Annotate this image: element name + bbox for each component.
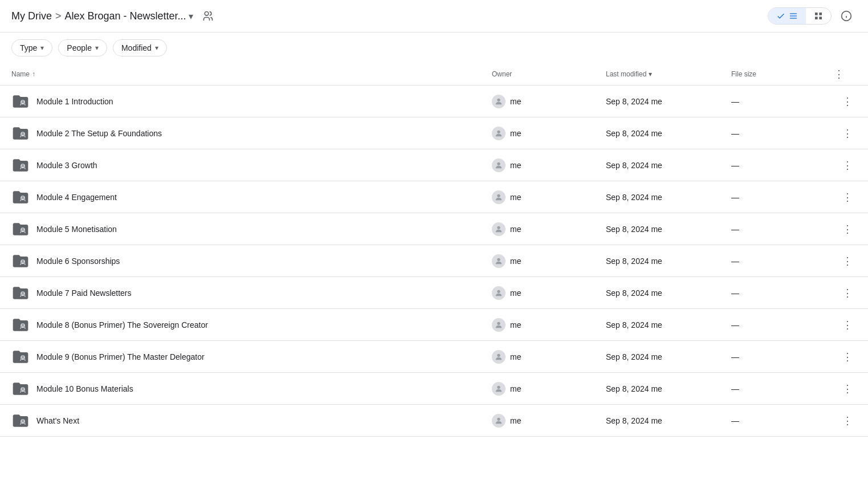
- breadcrumb-dropdown-icon[interactable]: ▾: [189, 11, 193, 22]
- row-size: —: [731, 225, 834, 234]
- owner-name: me: [510, 225, 521, 234]
- breadcrumb-current[interactable]: Alex Brogan - Newsletter... ▾: [65, 10, 193, 22]
- modified-filter-button[interactable]: Modified ▾: [113, 39, 167, 56]
- row-file-name: Module 7 Paid Newsletters: [36, 288, 132, 298]
- table-row[interactable]: Module 5 Monetisation me Sep 8, 2024 me …: [0, 213, 868, 245]
- row-more-button[interactable]: ⋮: [838, 252, 857, 270]
- shared-folder-icon: [11, 284, 30, 302]
- col-owner-header[interactable]: Owner: [492, 70, 606, 78]
- table-row[interactable]: Module 10 Bonus Materials me Sep 8, 2024…: [0, 373, 868, 405]
- table-row[interactable]: Module 7 Paid Newsletters me Sep 8, 2024…: [0, 277, 868, 309]
- row-size: —: [731, 129, 834, 138]
- svg-point-31: [497, 290, 500, 292]
- svg-point-40: [497, 385, 500, 388]
- shared-folder-icon: [11, 380, 30, 398]
- owner-name: me: [510, 320, 521, 330]
- row-size: —: [731, 384, 834, 393]
- row-actions: ⋮: [834, 316, 857, 334]
- row-more-button[interactable]: ⋮: [838, 188, 857, 206]
- col-modified-header[interactable]: Last modified ▾: [606, 70, 731, 78]
- row-modified: Sep 8, 2024 me: [606, 352, 731, 361]
- header-right: [768, 6, 857, 26]
- row-name: Module 7 Paid Newsletters: [11, 284, 492, 302]
- row-size: —: [731, 352, 834, 361]
- row-more-button[interactable]: ⋮: [838, 380, 857, 398]
- row-size: —: [731, 416, 834, 425]
- row-modified: Sep 8, 2024 me: [606, 288, 731, 298]
- header: My Drive > Alex Brogan - Newsletter... ▾: [0, 0, 868, 32]
- modified-filter-chevron-icon: ▾: [155, 44, 158, 52]
- owner-avatar: [492, 222, 506, 236]
- table-row[interactable]: Module 2 The Setup & Foundations me Sep …: [0, 117, 868, 149]
- row-file-name: Module 1 Introduction: [36, 97, 113, 106]
- type-filter-chevron-icon: ▾: [40, 44, 44, 52]
- row-size: —: [731, 288, 834, 298]
- row-file-name: Module 8 (Bonus Primer) The Sovereign Cr…: [36, 320, 208, 330]
- row-more-button[interactable]: ⋮: [838, 348, 857, 366]
- row-name: Module 5 Monetisation: [11, 220, 492, 238]
- row-actions: ⋮: [834, 348, 857, 366]
- row-name: Module 6 Sponsorships: [11, 252, 492, 270]
- row-size: —: [731, 320, 834, 330]
- owner-avatar: [492, 414, 506, 428]
- modified-filter-label: Modified: [121, 43, 152, 52]
- row-file-name: Module 10 Bonus Materials: [36, 384, 133, 393]
- row-file-name: Module 6 Sponsorships: [36, 257, 120, 266]
- row-name: Module 8 (Bonus Primer) The Sovereign Cr…: [11, 316, 492, 334]
- info-button[interactable]: [836, 6, 857, 26]
- row-owner: me: [492, 95, 606, 108]
- row-modified: Sep 8, 2024 me: [606, 193, 731, 202]
- col-actions-header: ⋮: [834, 68, 857, 80]
- table-row[interactable]: Module 8 (Bonus Primer) The Sovereign Cr…: [0, 309, 868, 341]
- svg-point-16: [497, 130, 500, 133]
- owner-name: me: [510, 288, 521, 298]
- row-size: —: [731, 257, 834, 266]
- row-more-button[interactable]: ⋮: [838, 156, 857, 174]
- people-filter-button[interactable]: People ▾: [58, 39, 107, 56]
- table-row[interactable]: Module 1 Introduction me Sep 8, 2024 me …: [0, 86, 868, 117]
- view-toggle: [768, 7, 832, 25]
- row-more-button[interactable]: ⋮: [838, 316, 857, 334]
- row-file-name: What's Next: [36, 416, 79, 425]
- svg-rect-3: [790, 18, 797, 18]
- row-modified: Sep 8, 2024 me: [606, 225, 731, 234]
- table-row[interactable]: Module 6 Sponsorships me Sep 8, 2024 me …: [0, 245, 868, 277]
- shared-folder-icon: [11, 348, 30, 366]
- more-header-icon: ⋮: [834, 68, 844, 80]
- shared-folder-icon: [11, 412, 30, 430]
- row-owner: me: [492, 414, 606, 428]
- row-actions: ⋮: [834, 188, 857, 206]
- row-owner: me: [492, 127, 606, 140]
- owner-avatar: [492, 158, 506, 172]
- row-file-name: Module 5 Monetisation: [36, 225, 117, 234]
- svg-point-25: [497, 226, 500, 229]
- row-size: —: [731, 193, 834, 202]
- col-size-header[interactable]: File size: [731, 70, 834, 78]
- current-folder-label: Alex Brogan - Newsletter...: [65, 10, 186, 22]
- people-filter-chevron-icon: ▾: [95, 44, 99, 52]
- type-filter-button[interactable]: Type ▾: [11, 39, 52, 56]
- col-name-header[interactable]: Name ↑: [11, 70, 492, 78]
- table-header: Name ↑ Owner Last modified ▾ File size ⋮: [0, 63, 868, 86]
- row-owner: me: [492, 190, 606, 204]
- manage-people-button[interactable]: [198, 6, 218, 26]
- shared-folder-icon: [11, 220, 30, 238]
- table-row[interactable]: What's Next me Sep 8, 2024 me — ⋮: [0, 405, 868, 437]
- list-view-button[interactable]: [768, 8, 806, 24]
- row-actions: ⋮: [834, 220, 857, 238]
- row-more-button[interactable]: ⋮: [838, 124, 857, 143]
- owner-name: me: [510, 352, 521, 361]
- row-more-button[interactable]: ⋮: [838, 220, 857, 238]
- table-row[interactable]: Module 4 Engagement me Sep 8, 2024 me — …: [0, 181, 868, 213]
- row-more-button[interactable]: ⋮: [838, 284, 857, 302]
- table-row[interactable]: Module 3 Growth me Sep 8, 2024 me — ⋮: [0, 149, 868, 181]
- row-owner: me: [492, 158, 606, 172]
- grid-view-button[interactable]: [806, 8, 831, 24]
- my-drive-link[interactable]: My Drive: [11, 10, 52, 22]
- shared-folder-icon: [11, 156, 30, 174]
- row-more-button[interactable]: ⋮: [838, 412, 857, 430]
- row-more-button[interactable]: ⋮: [838, 92, 857, 111]
- row-actions: ⋮: [834, 252, 857, 270]
- table-row[interactable]: Module 9 (Bonus Primer) The Master Deleg…: [0, 341, 868, 373]
- owner-name: me: [510, 193, 521, 202]
